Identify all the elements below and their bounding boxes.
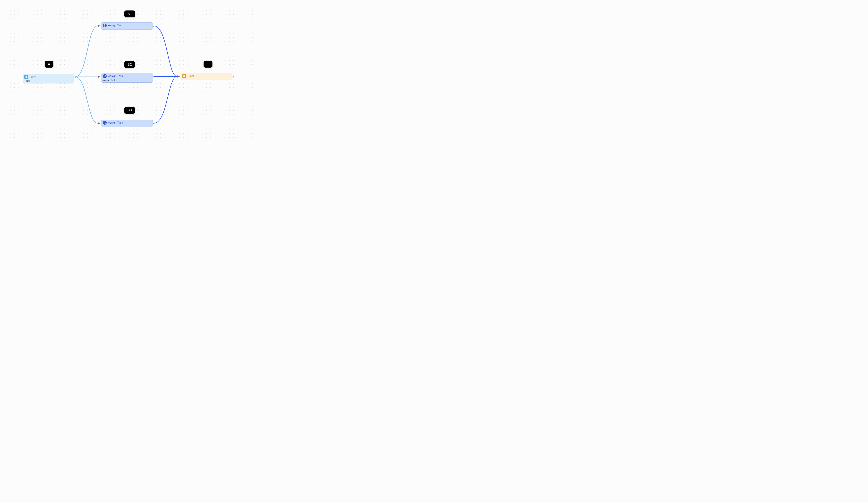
- workflow-canvas[interactable]: A B1 B2 B3 C Form Form Assign Task Assi: [0, 0, 256, 148]
- task-check-icon: [103, 121, 107, 125]
- edge-b3-c: [154, 76, 177, 123]
- label-a: A: [45, 61, 53, 68]
- node-task-b3-out-port[interactable]: [153, 123, 154, 124]
- svg-point-2: [104, 122, 106, 124]
- mail-icon: [182, 74, 186, 78]
- document-icon: [24, 75, 28, 79]
- arrow-a-b3: [98, 122, 101, 124]
- arrow-b3-c: [177, 75, 180, 78]
- task-check-icon: [103, 23, 107, 28]
- node-task-b1-title: Assign Task: [108, 24, 123, 27]
- arrow-b1-c: [177, 75, 180, 78]
- label-c: C: [204, 61, 213, 68]
- edge-b1-c: [154, 26, 177, 76]
- task-check-icon: [103, 74, 107, 78]
- node-form-title: Form: [30, 75, 36, 79]
- label-b1: B1: [124, 10, 135, 17]
- edge-a-b1: [75, 26, 98, 77]
- node-task-b3[interactable]: Assign Task: [101, 120, 153, 127]
- node-form[interactable]: Form Form: [23, 74, 74, 83]
- edge-a-b3: [75, 77, 98, 123]
- arrow-b2-c: [177, 75, 180, 78]
- node-task-b2-subtitle: Assign Task: [103, 79, 151, 81]
- label-b3: B3: [124, 107, 135, 114]
- node-task-b2-title: Assign Task: [108, 74, 123, 78]
- node-form-out-port[interactable]: [74, 76, 76, 78]
- node-task-b1-out-port[interactable]: [153, 25, 154, 27]
- node-email-out-port[interactable]: [232, 76, 234, 78]
- node-form-subtitle: Form: [24, 80, 73, 82]
- node-task-b2[interactable]: Assign Task Assign Task: [101, 73, 153, 83]
- node-email-title: Email: [187, 74, 195, 78]
- arrow-a-b2: [98, 76, 101, 78]
- svg-point-0: [104, 24, 106, 27]
- label-b2: B2: [124, 61, 135, 68]
- node-task-b3-title: Assign Task: [108, 121, 123, 124]
- svg-point-1: [104, 75, 106, 77]
- node-task-b1[interactable]: Assign Task: [101, 22, 153, 30]
- node-task-b2-out-port[interactable]: [153, 76, 154, 77]
- node-email[interactable]: Email: [181, 73, 232, 80]
- arrow-a-b1: [98, 25, 101, 27]
